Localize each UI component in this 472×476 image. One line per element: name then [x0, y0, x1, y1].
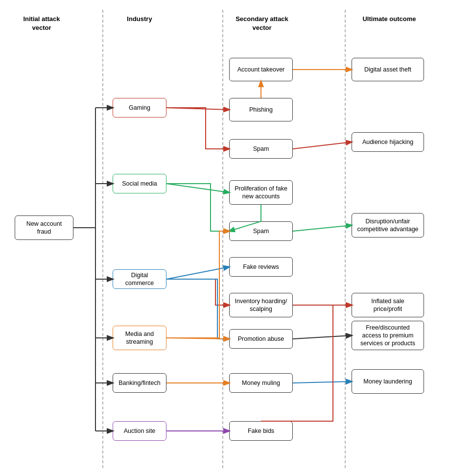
- svg-line-20: [293, 335, 352, 339]
- box-spam2: Spam: [229, 221, 293, 241]
- box-disruption: Disruption/unfaircompetitive advantage: [352, 213, 424, 238]
- box-banking: Banking/fintech: [113, 373, 166, 393]
- svg-line-18: [166, 338, 229, 339]
- box-inflated: Inflated saleprice/profit: [352, 293, 424, 317]
- svg-line-22: [293, 381, 352, 383]
- box-spam1: Spam: [229, 139, 293, 159]
- box-fake-new-accounts: Proliferation of fakenew accounts: [229, 180, 293, 205]
- svg-line-16: [293, 225, 352, 231]
- box-media-streaming: Media andstreaming: [113, 326, 166, 350]
- box-phishing: Phishing: [229, 98, 293, 121]
- box-auction: Auction site: [113, 421, 166, 441]
- box-audience-hijacking: Audience hijacking: [352, 132, 424, 152]
- svg-line-11: [166, 108, 229, 110]
- box-free-access: Free/discountedaccess to premiumservices…: [352, 321, 424, 350]
- box-fake-reviews: Fake reviews: [229, 257, 293, 277]
- header-col2: Industry: [113, 15, 166, 24]
- header-col1: Initial attack vector: [15, 15, 69, 32]
- box-digital-commerce: Digital commerce: [113, 269, 166, 289]
- box-inventory: Inventory hoarding/scalping: [229, 293, 293, 317]
- box-fake-bids: Fake bids: [229, 421, 293, 441]
- box-gaming: Gaming: [113, 98, 166, 118]
- diagram-container: Initial attack vector Industry Secondary…: [0, 0, 472, 476]
- box-promotion: Promotion abuse: [229, 329, 293, 349]
- header-col3: Secondary attackvector: [230, 15, 294, 32]
- svg-line-17: [166, 267, 229, 279]
- svg-line-15: [166, 184, 229, 192]
- svg-line-14: [293, 142, 352, 149]
- box-digital-asset: Digital asset theft: [352, 58, 424, 81]
- box-account-takeover: Account takeover: [229, 58, 293, 81]
- box-money-laundering: Money laundering: [352, 369, 424, 394]
- header-col4: Ultimate outcome: [353, 15, 426, 24]
- box-social-media: Social media: [113, 174, 166, 193]
- box-new-account-fraud: New account fraud: [15, 215, 73, 240]
- box-money-muling: Money muling: [229, 373, 293, 393]
